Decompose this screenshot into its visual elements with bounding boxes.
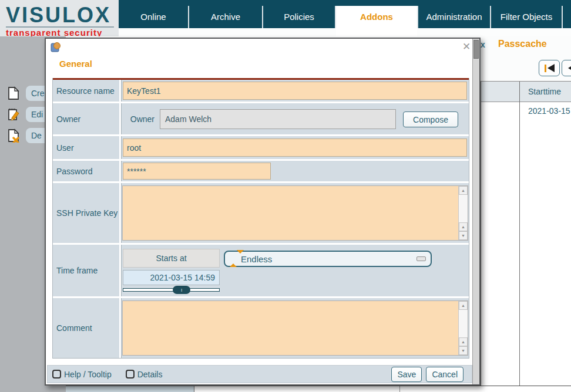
first-page-icon: [548, 64, 555, 72]
tab-addons[interactable]: Addons: [336, 6, 417, 36]
sort-diamond-icon: [230, 254, 237, 264]
ssh-key-row: SSH Private Key ▲ ▲ ▼: [53, 183, 469, 243]
tab-online[interactable]: Online: [119, 6, 188, 28]
resource-name-row: Resource name: [53, 80, 469, 102]
ssh-key-label: SSH Private Key: [53, 183, 121, 243]
tab-policies[interactable]: Policies: [263, 6, 335, 28]
dropdown-grip-icon: [417, 256, 426, 261]
password-label: Password: [53, 161, 121, 181]
close-icon[interactable]: ✕: [461, 41, 472, 53]
tab-separator: [490, 6, 491, 28]
prev-page-icon: [568, 64, 571, 72]
end-mode-value: Endless: [241, 254, 272, 264]
brand-title: VISULOX: [6, 2, 114, 27]
first-page-icon: [545, 65, 546, 72]
tab-separator: [188, 6, 189, 28]
scrollbar-thumb[interactable]: [473, 40, 479, 59]
first-page-button[interactable]: [539, 60, 560, 76]
edit-icon: [7, 107, 20, 121]
compose-button[interactable]: Compose: [403, 111, 458, 127]
passcache-table: Starttime 2021-03-15 1: [481, 81, 571, 392]
section-title: Passcache: [498, 39, 547, 49]
starts-at-button[interactable]: Starts at: [123, 249, 220, 268]
cancel-button[interactable]: Cancel: [426, 367, 463, 382]
resource-name-label: Resource name: [53, 80, 121, 102]
help-tooltip-checkbox[interactable]: [52, 370, 61, 379]
dialog-title: General: [59, 59, 92, 69]
scroll-down-icon[interactable]: ▼: [459, 231, 468, 240]
delete-document-icon: [7, 129, 20, 143]
details-label: Details: [137, 370, 163, 379]
password-input[interactable]: [123, 163, 271, 180]
comment-textarea[interactable]: [123, 301, 458, 355]
user-label: User: [53, 136, 121, 159]
password-row: Password: [53, 161, 469, 181]
tab-separator: [562, 6, 563, 28]
table-row[interactable]: 2021-03-15 1: [528, 106, 571, 116]
table-header-row: Starttime: [481, 82, 571, 102]
start-datetime-value[interactable]: 2021-03-15 14:59: [123, 270, 220, 285]
table-footer-cell: [66, 386, 194, 392]
comment-label: Comment: [53, 298, 121, 358]
header-left: VISULOX transparent security: [0, 0, 119, 36]
user-row: User: [53, 136, 469, 159]
column-divider: [194, 386, 194, 392]
textarea-scrollbar[interactable]: ▲ ▲ ▼: [458, 301, 468, 355]
resource-edit-dialog: General ✕ Resource name Owner Owner Comp…: [45, 38, 481, 386]
scroll-up-icon[interactable]: ▲: [459, 301, 468, 310]
brand-logo: VISULOX transparent security: [6, 2, 114, 38]
details-checkbox[interactable]: [126, 370, 135, 379]
help-tooltip-label: Help / Tooltip: [64, 370, 112, 379]
textarea-scrollbar[interactable]: ▲ ▲ ▼: [458, 186, 468, 240]
time-frame-row: Time frame Starts at 2021-03-15 14:59 I …: [53, 245, 469, 296]
column-header-starttime[interactable]: Starttime: [528, 87, 561, 96]
scroll-track[interactable]: [459, 310, 468, 337]
comment-row: Comment ▲ ▲ ▼: [53, 298, 469, 358]
scroll-down-icon[interactable]: ▼: [459, 346, 468, 355]
resource-name-input[interactable]: [123, 82, 467, 100]
clipped-subtab-text: x: [481, 40, 485, 49]
start-time-slider[interactable]: I: [123, 288, 220, 292]
owner-value-field: [160, 109, 396, 129]
owner-inner-label: Owner: [122, 103, 154, 134]
save-button[interactable]: Save: [391, 367, 422, 382]
ssh-key-textarea[interactable]: [123, 186, 458, 240]
slider-handle[interactable]: I: [173, 286, 190, 294]
dialog-scrollbar[interactable]: [472, 39, 479, 384]
tab-filter-objects[interactable]: Filter Objects: [491, 6, 562, 28]
dialog-footer: Help / Tooltip Details Save Cancel: [47, 365, 472, 383]
end-mode-dropdown[interactable]: Endless: [224, 251, 432, 267]
previous-page-button[interactable]: [562, 60, 571, 76]
user-input[interactable]: [123, 138, 467, 157]
passcache-dialog-icon: [51, 42, 61, 52]
scroll-up-icon[interactable]: ▲: [459, 186, 468, 195]
scroll-track[interactable]: [459, 195, 468, 222]
tab-administration[interactable]: Administration: [418, 6, 490, 28]
owner-label: Owner: [53, 103, 121, 134]
tab-archive[interactable]: Archive: [189, 6, 262, 28]
general-form: Resource name Owner Owner Compose User P…: [52, 78, 469, 359]
tab-separator: [417, 6, 418, 28]
column-divider: [399, 386, 400, 392]
owner-row: Owner Owner Compose: [53, 103, 469, 134]
tab-separator: [262, 6, 263, 28]
table-bottom-strip: [66, 386, 571, 392]
time-frame-label: Time frame: [53, 245, 121, 296]
column-divider: [519, 82, 520, 392]
new-document-icon: [7, 86, 20, 100]
scroll-up-icon[interactable]: ▲: [459, 222, 468, 231]
scroll-up-icon[interactable]: ▲: [459, 337, 468, 346]
